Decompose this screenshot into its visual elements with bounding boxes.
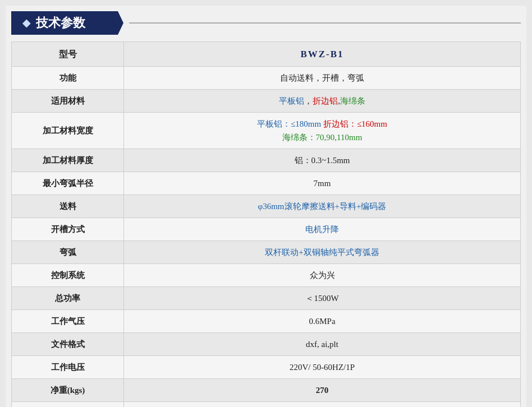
table-row: 控制系统众为兴	[12, 264, 521, 287]
table-row: 总功率＜1500W	[12, 287, 521, 310]
row-value: 自动送料，开槽，弯弧	[124, 67, 521, 90]
table-row: 工作气压0.6MPa	[12, 310, 521, 333]
row-label: 送料	[12, 195, 124, 218]
header-banner: ◆ 技术参数	[11, 11, 123, 35]
row-label: 外形尺寸(mm)(L*W*H)	[12, 402, 124, 407]
header-line	[129, 22, 521, 24]
row-label: 最小弯弧半径	[12, 172, 124, 195]
row-value: 7mm	[124, 172, 521, 195]
table-row: 适用材料平板铝，折边铝,海绵条	[12, 90, 521, 113]
row-label: 工作电压	[12, 356, 124, 379]
row-value: 270	[124, 379, 521, 402]
table-row: 功能自动送料，开槽，弯弧	[12, 67, 521, 90]
table-row: 开槽方式电机升降	[12, 218, 521, 241]
table-row: 送料φ36mm滚轮摩擦送料+导料+编码器	[12, 195, 521, 218]
table-row: 弯弧双杆联动+双铜轴纯平式弯弧器	[12, 241, 521, 264]
table-row: 工作电压220V/ 50-60HZ/1P	[12, 356, 521, 379]
table-row: 最小弯弧半径7mm	[12, 172, 521, 195]
table-row: 文件格式dxf, ai,plt	[12, 333, 521, 356]
header-icon: ◆	[22, 17, 30, 29]
row-label: 控制系统	[12, 264, 124, 287]
row-label: 开槽方式	[12, 218, 124, 241]
row-label: 总功率	[12, 287, 124, 310]
page-header: ◆ 技术参数	[11, 11, 521, 35]
row-label: 型号	[12, 42, 124, 67]
row-value: φ36mm滚轮摩擦送料+导料+编码器	[124, 195, 521, 218]
row-label: 工作气压	[12, 310, 124, 333]
row-value: 0.6MPa	[124, 310, 521, 333]
row-value: dxf, ai,plt	[124, 333, 521, 356]
row-value: 平板铝，折边铝,海绵条	[124, 90, 521, 113]
row-value: 众为兴	[124, 264, 521, 287]
row-value: 双杆联动+双铜轴纯平式弯弧器	[124, 241, 521, 264]
row-value: 电机升降	[124, 218, 521, 241]
row-value: 平板铝：≤180mm 折边铝：≤160mm海绵条：70,90,110mm	[124, 113, 521, 149]
table-row: 净重(kgs)270	[12, 379, 521, 402]
page-container: ◆ 技术参数 型号BWZ-B1功能自动送料，开槽，弯弧适用材料平板铝，折边铝,海…	[6, 6, 526, 407]
row-label: 适用材料	[12, 90, 124, 113]
row-label: 弯弧	[12, 241, 124, 264]
row-value: 220V/ 50-60HZ/1P	[124, 356, 521, 379]
row-label: 功能	[12, 67, 124, 90]
row-value: BWZ-B1	[124, 42, 521, 67]
table-row: 加工材料宽度平板铝：≤180mm 折边铝：≤160mm海绵条：70,90,110…	[12, 113, 521, 149]
header-title: 技术参数	[36, 15, 85, 31]
row-label: 加工材料宽度	[12, 113, 124, 149]
row-label: 净重(kgs)	[12, 379, 124, 402]
row-value: 铝：0.3~1.5mm	[124, 149, 521, 172]
row-value: ＜1500W	[124, 287, 521, 310]
table-row: 加工材料厚度铝：0.3~1.5mm	[12, 149, 521, 172]
table-row: 外形尺寸(mm)(L*W*H)2100*800*1530	[12, 402, 521, 407]
table-row: 型号BWZ-B1	[12, 42, 521, 67]
specs-table: 型号BWZ-B1功能自动送料，开槽，弯弧适用材料平板铝，折边铝,海绵条加工材料宽…	[11, 41, 521, 407]
row-value: 2100*800*1530	[124, 402, 521, 407]
row-label: 文件格式	[12, 333, 124, 356]
row-label: 加工材料厚度	[12, 149, 124, 172]
